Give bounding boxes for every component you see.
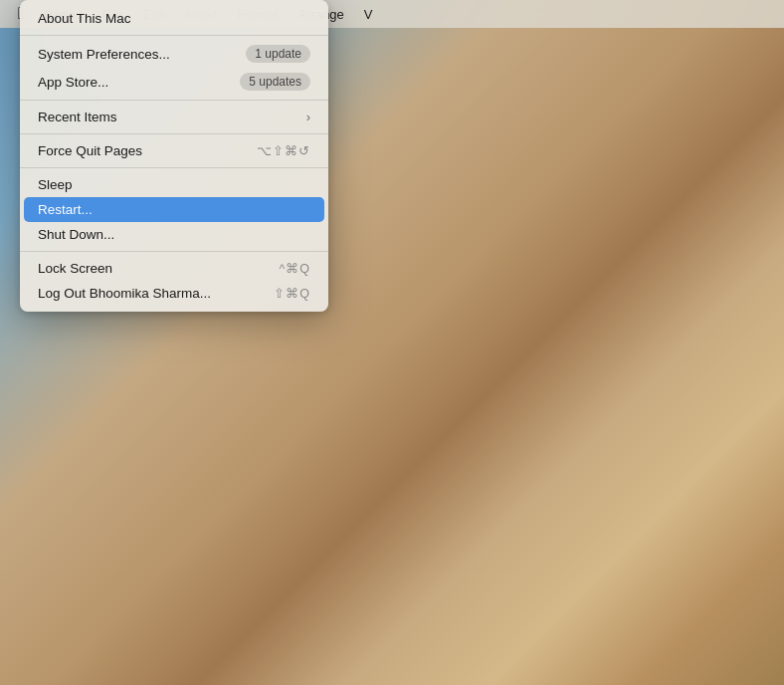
- apple-dropdown-menu: About This Mac System Preferences... 1 u…: [20, 0, 328, 312]
- menu-item-sleep[interactable]: Sleep: [20, 172, 328, 197]
- separator-5: [20, 251, 328, 252]
- system-prefs-badge: 1 update: [246, 45, 310, 63]
- separator-4: [20, 167, 328, 168]
- chevron-right-icon: ›: [306, 110, 310, 124]
- menubar-item-view[interactable]: V: [354, 4, 383, 25]
- menu-item-app-store[interactable]: App Store... 5 updates: [20, 68, 328, 96]
- lock-screen-shortcut: ^⌘Q: [279, 261, 310, 276]
- menu-item-shut-down[interactable]: Shut Down...: [20, 222, 328, 247]
- force-quit-shortcut: ⌥⇧⌘↺: [257, 143, 310, 158]
- separator-2: [20, 100, 328, 101]
- menu-item-force-quit[interactable]: Force Quit Pages ⌥⇧⌘↺: [20, 138, 328, 163]
- menu-item-system-prefs[interactable]: System Preferences... 1 update: [20, 40, 328, 68]
- separator-1: [20, 35, 328, 36]
- menu-item-log-out[interactable]: Log Out Bhoomika Sharma... ⇧⌘Q: [20, 281, 328, 306]
- log-out-shortcut: ⇧⌘Q: [274, 286, 310, 301]
- menu-item-lock-screen[interactable]: Lock Screen ^⌘Q: [20, 256, 328, 281]
- separator-3: [20, 133, 328, 134]
- menu-item-restart[interactable]: Restart...: [24, 197, 324, 222]
- app-store-badge: 5 updates: [240, 73, 310, 91]
- menu-item-recent-items[interactable]: Recent Items ›: [20, 105, 328, 129]
- menu-item-about[interactable]: About This Mac: [20, 6, 328, 31]
